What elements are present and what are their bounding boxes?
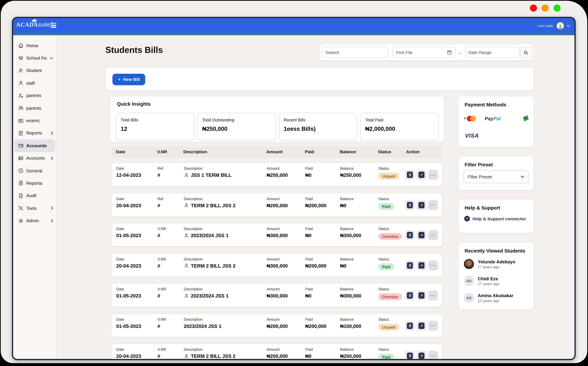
more-actions-button[interactable]: ··· [428, 230, 438, 240]
receipt-button[interactable] [405, 200, 415, 210]
student-name: Chidi Eze [478, 276, 499, 282]
cell-date: 01-05-2023 [116, 323, 141, 329]
receipt-button[interactable] [405, 351, 415, 360]
recent-student-item[interactable]: Yetunde Adebayo17 years ago [464, 259, 530, 269]
quick-insights-card: Quick Insights Total Bills 12 Total Outs… [110, 96, 444, 142]
cell-paid: ₦0 [305, 172, 313, 178]
sidebar-item[interactable]: Student [13, 64, 56, 77]
sidebar-item[interactable]: parents [13, 89, 56, 102]
filter-preset-card: Filter Preset Filter Preset [458, 156, 534, 191]
sidebar-item[interactable]: Accounte [14, 139, 55, 152]
receipt-button[interactable] [405, 170, 415, 180]
cell-balance: ₦250,000 [340, 172, 361, 178]
table-row[interactable]: Date01-05-2023 V.NR# Description 2023/20… [111, 223, 443, 246]
student-avatar: AG [464, 276, 474, 286]
receipt-button[interactable] [405, 320, 415, 331]
edit-button[interactable] [416, 351, 426, 360]
user-avatar[interactable] [557, 22, 564, 29]
filter-preset-select[interactable]: Filter Preset [463, 170, 529, 183]
recent-student-item[interactable]: AG Amina Abubakar12 years ago [464, 293, 530, 303]
cell-ref: # [157, 233, 166, 238]
recent-student-item[interactable]: AG Chidi Eze17 years ago [464, 276, 530, 286]
edit-button[interactable] [416, 230, 426, 240]
sidebar-item[interactable]: Reports [13, 127, 56, 139]
edit-button[interactable] [416, 320, 426, 331]
stat-value: 1eess Bills) [284, 125, 316, 132]
cell-balance: ₦200,000 [340, 353, 361, 359]
cell-label-balance: Balance [340, 287, 361, 291]
student-avatar: AG [464, 293, 474, 303]
person-icon [184, 353, 189, 359]
cell-date: 01-05-2023 [116, 293, 141, 299]
table-row[interactable]: Date01-05-2023 V.NR# Description 2023/20… [111, 313, 443, 337]
last-login-label: Last Login: [537, 24, 554, 28]
sidebar-item[interactable]: Accounts [13, 152, 56, 164]
sidebar-item-label: parents [26, 93, 41, 98]
cell-label-description: Description [184, 166, 231, 170]
cell-label-ref: V.NR [157, 227, 166, 231]
cell-label-amount: Amount [267, 347, 288, 351]
sidebar-item[interactable]: Admin [13, 214, 56, 227]
chevron-down-icon [520, 175, 525, 178]
date-range-input[interactable] [465, 47, 520, 58]
edit-button[interactable] [416, 260, 426, 270]
receipt-button[interactable] [405, 290, 415, 300]
clock-icon [18, 168, 24, 174]
edit-button[interactable] [416, 170, 426, 180]
cell-label-date: Date [116, 347, 141, 351]
cell-ref: # [157, 323, 166, 329]
sidebar-item[interactable]: Reporta [13, 177, 56, 190]
sidebar-item-label: Student [26, 68, 42, 73]
more-actions-button[interactable]: ··· [428, 290, 438, 300]
chevron-down-icon[interactable] [567, 24, 570, 27]
cell-label-ref: V.NR [157, 257, 166, 261]
fest-file-input[interactable] [393, 47, 456, 58]
sidebar-item[interactable]: staff [13, 77, 56, 89]
new-bill-button[interactable]: + New Bill [112, 74, 145, 85]
traffic-light-green[interactable] [553, 4, 561, 12]
cell-label-paid: Paid [305, 166, 313, 170]
traffic-light-orange[interactable] [541, 4, 549, 12]
more-actions-button[interactable]: ··· [428, 351, 438, 360]
sidebar-item[interactable]: Audit [13, 190, 56, 202]
status-badge: Unpaid [378, 173, 399, 179]
more-actions-button[interactable]: ··· [428, 320, 438, 331]
column-header-amount: Amount [266, 150, 282, 154]
cell-description: JSS 1 TERM BILL [191, 172, 232, 178]
cell-balance: ₦300,000 [340, 233, 361, 238]
traffic-light-red[interactable] [530, 4, 537, 12]
cash-icon [522, 114, 530, 122]
cell-paid: ₦0 [305, 293, 313, 299]
cell-paid: ₦200,000 [305, 323, 326, 329]
sidebar-item[interactable]: parents [13, 102, 56, 114]
more-actions-button[interactable]: ··· [428, 170, 438, 180]
search-input[interactable] [322, 47, 388, 58]
table-row[interactable]: Date12-04-2023 Ref# Description JSS 1 TE… [111, 163, 443, 186]
cell-label-amount: Amount [267, 227, 288, 231]
sidebar-item[interactable]: General [13, 164, 56, 177]
help-support-link[interactable]: ? Help & Support connector [464, 216, 526, 221]
table-row[interactable]: Date20-04-2023 V.NR# Description TERM 2 … [111, 253, 443, 277]
edit-button[interactable] [416, 290, 426, 300]
calendar-icon[interactable] [447, 50, 452, 55]
table-row[interactable]: Date01-05-2023 V.NR# Description 2023/20… [111, 283, 443, 307]
status-badge: Unpaid [378, 324, 399, 330]
column-header-vnr: V.NR [157, 150, 167, 154]
person-icon [184, 233, 189, 238]
more-actions-button[interactable]: ··· [428, 200, 438, 210]
edit-button[interactable] [416, 200, 426, 210]
cell-label-ref: V.NR [157, 287, 166, 291]
hamburger-menu-icon[interactable] [51, 23, 56, 29]
table-row[interactable]: Date20-04-2023 Ref# Description TERM 2 B… [111, 193, 443, 216]
column-header-description: Description [183, 150, 207, 154]
more-actions-button[interactable]: ··· [428, 260, 438, 270]
sidebar-item[interactable]: Tools [13, 202, 56, 214]
table-row[interactable]: Date20-04-2023 V.NR# Description TERM 2 … [111, 344, 443, 360]
sidebar-item[interactable]: School Fees [13, 52, 56, 64]
receipt-button[interactable] [405, 260, 415, 270]
app-logo[interactable]: Acadasuite® [16, 21, 53, 28]
receipt-button[interactable] [405, 230, 415, 240]
sidebar-item[interactable]: exams [13, 114, 56, 127]
search-button[interactable] [520, 47, 531, 59]
sidebar-item[interactable]: Home [13, 39, 56, 52]
